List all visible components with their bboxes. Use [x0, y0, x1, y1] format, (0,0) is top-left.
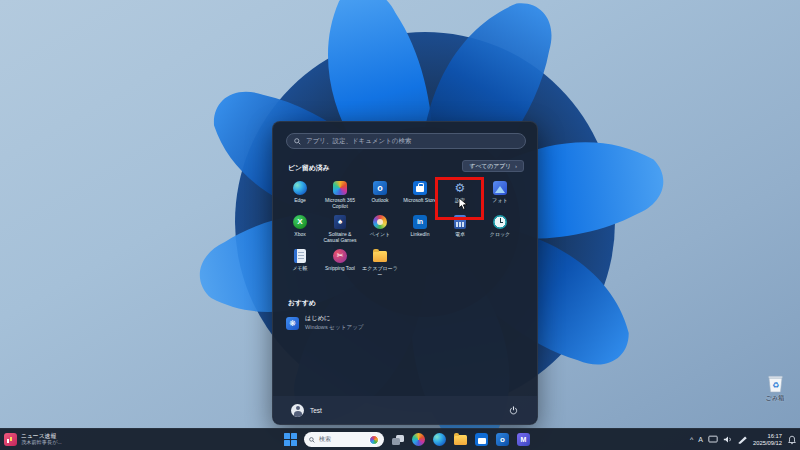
taskbar-explorer-button[interactable]	[453, 432, 468, 447]
power-button[interactable]	[507, 404, 519, 416]
pinned-app-grid: Edge Microsoft 365 Copilot o Outlook Mic…	[280, 178, 532, 280]
photos-icon	[493, 181, 507, 195]
notifications-bell-icon[interactable]	[787, 435, 797, 445]
app-label: Edge	[294, 197, 306, 203]
folder-icon	[454, 435, 467, 445]
app-label: クロック	[490, 231, 510, 237]
start-search-placeholder: アプリ、設定、ドキュメントの検索	[306, 137, 412, 146]
store-icon	[475, 433, 488, 446]
notepad-icon	[294, 249, 306, 263]
outlook-icon: o	[496, 433, 509, 446]
store-icon	[413, 181, 427, 195]
network-icon[interactable]	[708, 435, 718, 444]
recycle-bin-shortcut[interactable]: ♻ ごみ箱	[756, 374, 794, 403]
app-tile-xbox[interactable]: X Xbox	[280, 212, 320, 246]
taskbar: ニュース速報 茂木前幹事長が... 検索 o M ^ A	[0, 428, 800, 450]
edge-icon	[293, 181, 307, 195]
app-tile-microsoft-store[interactable]: Microsoft Store	[400, 178, 440, 212]
app-tile-outlook[interactable]: o Outlook	[360, 178, 400, 212]
app-label: Outlook	[371, 197, 388, 203]
get-started-icon: ❋	[286, 317, 299, 330]
app-label: 電卓	[455, 231, 465, 237]
user-avatar	[291, 404, 304, 417]
volume-icon[interactable]	[723, 435, 733, 444]
search-icon	[294, 138, 301, 145]
power-icon	[509, 406, 518, 415]
copilot-icon	[412, 433, 425, 446]
all-apps-button[interactable]: すべてのアプリ ›	[462, 160, 524, 172]
app-label: Snipping Tool	[325, 265, 355, 271]
search-highlights-icon	[369, 435, 379, 445]
recycle-bin-icon: ♻	[767, 374, 784, 393]
start-menu-user-bar: Test	[273, 396, 537, 424]
linkedin-icon: in	[413, 215, 427, 229]
tray-overflow-chevron-icon[interactable]: ^	[690, 436, 693, 443]
taskbar-search-box[interactable]: 検索	[304, 432, 384, 447]
clock-icon	[493, 215, 507, 229]
start-search-input[interactable]: アプリ、設定、ドキュメントの検索	[286, 133, 526, 149]
app-label: ペイント	[370, 231, 390, 237]
solitaire-icon: ♠	[334, 215, 346, 229]
news-subtitle: 茂木前幹事長が...	[21, 440, 62, 446]
search-icon	[309, 437, 315, 443]
taskbar-copilot-button[interactable]	[411, 432, 426, 447]
taskbar-edge-button[interactable]	[432, 432, 447, 447]
task-view-button[interactable]	[390, 432, 405, 447]
widgets-news-button[interactable]: ニュース速報 茂木前幹事長が...	[4, 433, 62, 446]
app-label: メモ帳	[292, 265, 307, 271]
app-label: Xbox	[294, 231, 305, 237]
pen-icon[interactable]	[738, 435, 748, 444]
user-name: Test	[310, 407, 322, 414]
app-tile-paint[interactable]: ペイント	[360, 212, 400, 246]
app-tile-explorer[interactable]: エクスプローラー	[360, 246, 400, 280]
system-tray: ^ A 16:17 2025/09/12	[690, 433, 797, 447]
app-tile-photos[interactable]: フォト	[480, 178, 520, 212]
app-tile-microsoft-365-copilot[interactable]: Microsoft 365 Copilot	[320, 178, 360, 212]
app-label: フォト	[492, 197, 507, 203]
edge-icon	[433, 433, 446, 446]
task-view-icon	[392, 435, 404, 445]
app-label: エクスプローラー	[361, 265, 399, 278]
tray-date: 2025/09/12	[753, 440, 782, 447]
taskbar-center-icons: 検索 o M	[283, 432, 531, 447]
snipping-tool-icon: ✂	[333, 249, 347, 263]
taskbar-store-button[interactable]	[474, 432, 489, 447]
app-tile-linkedin[interactable]: in LinkedIn	[400, 212, 440, 246]
pinned-section-header: ピン留め済み	[288, 163, 329, 173]
recommended-item-subtitle: Windows セットアップ	[305, 324, 364, 332]
windows-logo-icon	[284, 433, 297, 446]
app-label: Solitaire & Casual Games	[321, 231, 359, 244]
recommended-item-get-started[interactable]: ❋ はじめに Windows セットアップ	[286, 314, 364, 332]
all-apps-label: すべてのアプリ	[469, 162, 511, 171]
user-account-button[interactable]: Test	[291, 404, 322, 417]
xbox-icon: X	[293, 215, 307, 229]
news-widget-icon	[4, 433, 17, 446]
copilot-icon	[333, 181, 347, 195]
app-tile-clock[interactable]: クロック	[480, 212, 520, 246]
app-tile-edge[interactable]: Edge	[280, 178, 320, 212]
tray-time: 16:17	[753, 433, 782, 440]
outlook-icon: o	[373, 181, 387, 195]
taskbar-m365-button[interactable]: M	[516, 432, 531, 447]
start-menu: アプリ、設定、ドキュメントの検索 ピン留め済み すべてのアプリ › Edge M…	[272, 121, 538, 425]
clock-date-display[interactable]: 16:17 2025/09/12	[753, 433, 782, 447]
app-tile-snipping-tool[interactable]: ✂ Snipping Tool	[320, 246, 360, 280]
explorer-icon	[373, 251, 387, 262]
recycle-bin-label: ごみ箱	[756, 394, 794, 403]
microsoft-365-icon: M	[517, 433, 530, 446]
app-label: LinkedIn	[411, 231, 430, 237]
app-tile-solitaire[interactable]: ♠ Solitaire & Casual Games	[320, 212, 360, 246]
ime-indicator[interactable]: A	[698, 436, 703, 443]
app-label: Microsoft Store	[403, 197, 437, 203]
start-button[interactable]	[283, 432, 298, 447]
app-tile-notepad[interactable]: メモ帳	[280, 246, 320, 280]
taskbar-search-label: 検索	[319, 435, 365, 444]
taskbar-outlook-button[interactable]: o	[495, 432, 510, 447]
mouse-cursor	[458, 197, 468, 211]
recommended-section-header: おすすめ	[288, 298, 316, 308]
recommended-item-title: はじめに	[305, 314, 364, 323]
app-label: Microsoft 365 Copilot	[321, 197, 359, 210]
chevron-right-icon: ›	[515, 163, 517, 169]
paint-icon	[373, 215, 387, 229]
svg-text:♻: ♻	[771, 381, 778, 390]
